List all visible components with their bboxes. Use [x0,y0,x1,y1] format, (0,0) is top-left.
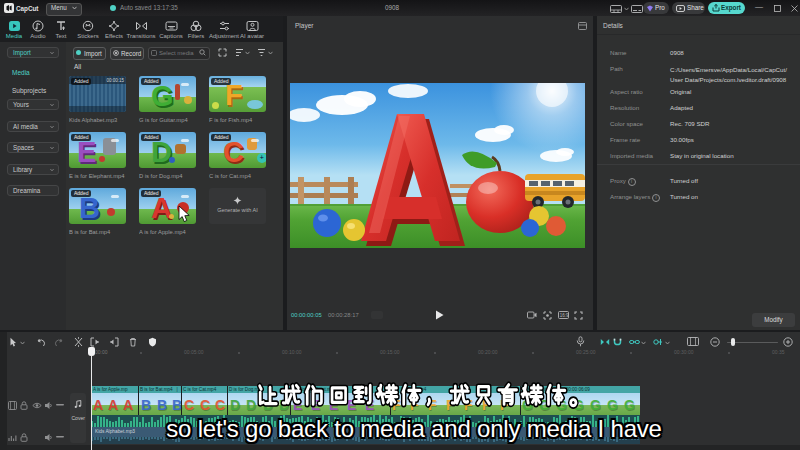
svg-text:16:9: 16:9 [560,313,569,318]
